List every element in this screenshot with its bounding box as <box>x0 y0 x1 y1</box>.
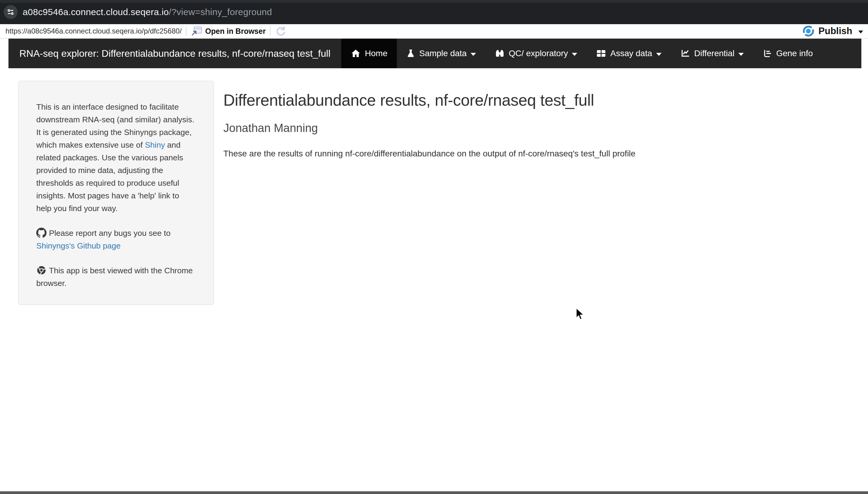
nav-item-label: Home <box>365 49 387 58</box>
bug-report-paragraph: Please report any bugs you see to Shinyn… <box>36 227 196 252</box>
sliders-icon <box>6 8 15 16</box>
nav-item-assay-data[interactable]: Assay data <box>586 39 671 68</box>
chrome-note-text: This app is best viewed with the Chrome … <box>36 266 193 288</box>
flask-icon <box>406 49 415 58</box>
refresh-icon <box>275 25 286 37</box>
github-icon <box>36 228 47 238</box>
nav-item-label: Gene info <box>776 49 813 58</box>
intro-side-panel: This is an interface designed to facilit… <box>18 81 214 305</box>
page-description: These are the results of running nf-core… <box>223 149 761 158</box>
chrome-icon <box>36 265 47 276</box>
nav-item-qc-exploratory[interactable]: QC/ exploratory <box>485 39 586 68</box>
app-navbar: RNA-seq explorer: Differentialabundance … <box>8 39 861 68</box>
publish-button[interactable]: Publish <box>801 24 863 38</box>
shiny-link[interactable]: Shiny <box>145 140 165 150</box>
bug-report-text: Please report any bugs you see to <box>49 229 170 238</box>
table-icon <box>596 49 606 58</box>
intro-text-after: and related packages. Use the various pa… <box>36 140 183 213</box>
nav-item-differential[interactable]: Differential <box>671 39 753 68</box>
shinyngs-github-link[interactable]: Shinyngs's Github page <box>36 241 121 250</box>
nav-item-label: QC/ exploratory <box>509 49 568 58</box>
nav-item-gene-info[interactable]: Gene info <box>753 39 822 68</box>
connect-toolbar: https://a08c9546a.connect.cloud.seqera.i… <box>0 24 868 39</box>
refresh-button[interactable] <box>275 25 286 37</box>
nav-item-label: Differential <box>694 49 735 58</box>
home-icon <box>350 49 361 58</box>
line-chart-icon <box>680 49 690 58</box>
intro-paragraph: This is an interface designed to facilit… <box>36 100 196 215</box>
deployed-url-text: https://a08c9546a.connect.cloud.seqera.i… <box>5 27 182 35</box>
chevron-down-icon <box>471 53 476 56</box>
binoculars-icon <box>495 49 505 58</box>
main-panel: Differentialabundance results, nf-core/r… <box>223 91 761 158</box>
toolbar-divider <box>186 26 186 36</box>
open-in-browser-label: Open in Browser <box>205 27 266 36</box>
publish-connect-logo <box>801 24 815 38</box>
open-in-browser-icon <box>191 26 202 37</box>
navbar-menu: Home Sample data QC/ exploratory <box>341 39 822 68</box>
site-settings-button[interactable] <box>4 5 18 19</box>
open-in-browser-button[interactable]: Open in Browser <box>191 26 266 37</box>
url-params: /?view=shiny_foreground <box>169 7 272 17</box>
nav-item-sample-data[interactable]: Sample data <box>397 39 485 68</box>
bottom-status-strip <box>0 491 868 494</box>
page-title: Differentialabundance results, nf-core/r… <box>223 91 761 110</box>
chevron-down-icon <box>572 53 577 56</box>
horizontal-bar-chart-icon <box>762 49 772 58</box>
chrome-note-paragraph: This app is best viewed with the Chrome … <box>36 264 196 289</box>
browser-titlebar: a08c9546a.connect.cloud.seqera.io/?view=… <box>0 0 868 24</box>
url-host: a08c9546a.connect.cloud.seqera.io <box>23 7 169 17</box>
nav-item-home[interactable]: Home <box>341 39 397 68</box>
mouse-cursor <box>576 308 584 322</box>
publish-label: Publish <box>818 26 852 37</box>
cursor-arrow-icon <box>576 308 584 320</box>
navbar-brand: RNA-seq explorer: Differentialabundance … <box>8 39 341 68</box>
chevron-down-icon <box>656 53 662 56</box>
chevron-down-icon <box>738 53 744 56</box>
url-bar[interactable]: a08c9546a.connect.cloud.seqera.io/?view=… <box>23 7 272 17</box>
nav-item-label: Assay data <box>610 49 652 58</box>
page-author: Jonathan Manning <box>223 122 761 135</box>
publish-dropdown-caret[interactable] <box>858 31 863 34</box>
toolbar-divider <box>270 26 271 36</box>
nav-item-label: Sample data <box>419 49 467 58</box>
